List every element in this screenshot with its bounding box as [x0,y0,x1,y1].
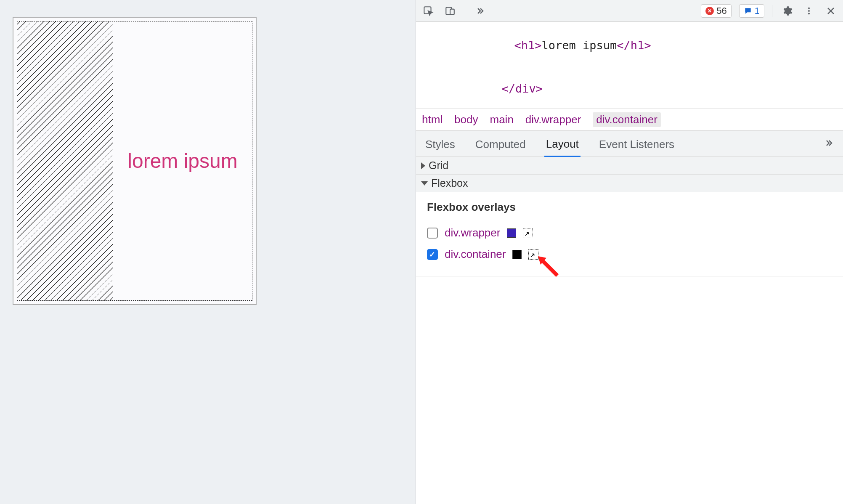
overlay-element-name[interactable]: div.wrapper [445,226,500,239]
errors-count: 56 [716,5,726,16]
breadcrumb: html body main div.wrapper div.container [416,109,843,131]
chevron-down-icon [421,181,428,186]
section-flexbox-body: Flexbox overlays div.wrapper div.contain… [416,192,843,276]
preview-pane: lorem ipsum [0,0,416,504]
toolbar-separator [465,5,465,17]
breadcrumb-item-selected[interactable]: div.container [593,112,661,127]
breadcrumb-item[interactable]: main [490,113,513,126]
errors-badge[interactable]: 56 [701,4,731,18]
chevron-right-icon [421,162,425,169]
message-icon [744,7,752,15]
overlay-color-swatch[interactable] [512,250,522,259]
reveal-element-icon[interactable] [528,249,538,260]
reveal-element-icon[interactable] [523,228,533,238]
svg-point-4 [808,10,810,11]
overlay-checkbox[interactable] [427,249,438,260]
svg-point-3 [808,7,810,9]
breadcrumb-item[interactable]: body [454,113,478,126]
messages-badge[interactable]: 1 [739,4,764,18]
preview-flex-container: lorem ipsum [17,21,252,301]
svg-point-5 [808,13,810,14]
more-tabs-icon[interactable] [822,135,835,156]
tab-computed[interactable]: Computed [474,135,528,156]
annotation-arrow [536,255,566,280]
tab-layout[interactable]: Layout [544,135,581,157]
section-grid-header[interactable]: Grid [416,157,843,175]
code-line[interactable]: <h1>lorem ipsum</h1> [416,24,843,67]
preview-wrapper: lorem ipsum [13,17,257,305]
inspect-icon[interactable] [421,4,435,18]
overlay-row: div.wrapper [427,222,832,244]
overlay-checkbox[interactable] [427,228,438,239]
flex-item: lorem ipsum [113,21,252,300]
flex-gap-overlay [17,21,113,300]
more-tabs-icon[interactable] [473,4,487,18]
section-flexbox-header[interactable]: Flexbox [416,175,843,192]
overlay-element-name[interactable]: div.container [445,248,506,261]
messages-count: 1 [755,5,760,16]
code-line[interactable]: </div> [416,67,843,109]
tab-styles[interactable]: Styles [424,135,457,156]
section-grid-label: Grid [429,159,448,172]
flexbox-overlays-title: Flexbox overlays [427,201,832,214]
breadcrumb-item[interactable]: html [422,113,443,126]
overlay-row: div.container [427,244,832,265]
overlay-color-swatch[interactable] [507,228,516,238]
section-flexbox-label: Flexbox [431,177,468,189]
tab-event-listeners[interactable]: Event Listeners [597,135,676,156]
devtools-panel: 56 1 <h1>lorem ipsum</h1> [416,0,843,504]
preview-heading: lorem ipsum [127,149,237,172]
kebab-menu-icon[interactable] [802,4,816,18]
elements-dom-tree[interactable]: <h1>lorem ipsum</h1> </div> </div> <styl… [416,22,843,109]
toolbar-separator [772,5,772,17]
svg-rect-2 [450,9,454,14]
device-toggle-icon[interactable] [443,4,457,18]
close-icon[interactable] [824,4,838,18]
devtools-toolbar: 56 1 [416,0,843,22]
settings-icon[interactable] [780,4,794,18]
error-icon [705,7,714,15]
breadcrumb-item[interactable]: div.wrapper [525,113,581,126]
sidebar-tabs: Styles Computed Layout Event Listeners [416,131,843,157]
